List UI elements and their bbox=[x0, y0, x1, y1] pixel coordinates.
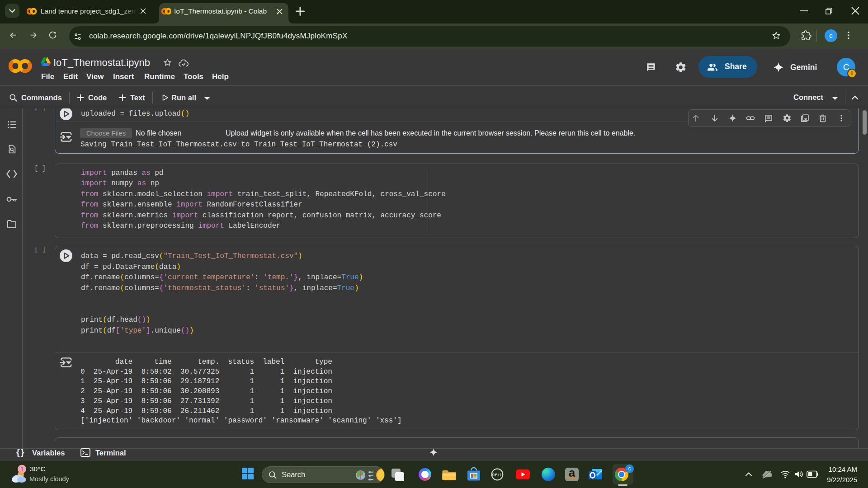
svg-text:1: 1 bbox=[20, 466, 24, 473]
svg-text:DELL: DELL bbox=[492, 473, 503, 477]
